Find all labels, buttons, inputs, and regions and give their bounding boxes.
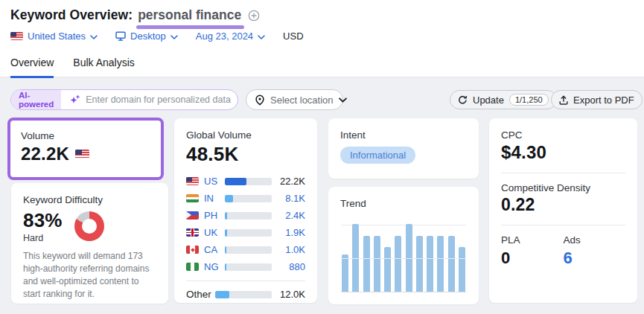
sparkle-icon — [69, 94, 80, 106]
country-row-ph: PH 2.4K — [186, 207, 305, 224]
update-button[interactable]: Update 1/1,250 — [450, 90, 557, 109]
trend-bar — [374, 236, 380, 292]
cpc-value: $4.30 — [501, 142, 625, 163]
country-volume-list: US 22.2K IN 8.1K PH 2.4K UK 1.9K — [186, 173, 305, 303]
volume-bar-fill — [225, 263, 226, 271]
keyword-difficulty-label: Keyword Difficulty — [23, 194, 156, 205]
volume-bar-fill — [225, 246, 226, 254]
device-selector-label: Desktop — [130, 31, 166, 42]
difficulty-severity-label: Hard — [23, 233, 63, 243]
country-link-ph[interactable]: PH — [204, 210, 222, 221]
trend-label: Trend — [340, 198, 467, 209]
update-quota-badge: 1/1,250 — [509, 94, 549, 106]
us-flag-icon — [75, 150, 89, 158]
intent-card: Intent Informational — [328, 118, 479, 179]
canada-flag-icon — [186, 246, 199, 254]
country-row-ng: NG 880 — [186, 258, 305, 275]
chevron-down-icon — [339, 97, 347, 103]
trend-bar — [448, 236, 455, 292]
update-button-label: Update — [473, 94, 504, 106]
trend-bar — [363, 236, 370, 292]
title-row: Keyword Overview: personal finance — [10, 7, 260, 23]
country-link-us[interactable]: US — [204, 176, 222, 187]
divider — [186, 281, 305, 281]
trend-bar — [395, 236, 401, 292]
date-selector[interactable]: Aug 23, 2024 — [196, 31, 265, 42]
country-selector[interactable]: United States — [10, 31, 98, 42]
domain-input[interactable]: Enter domain for personalized data — [61, 90, 238, 109]
volume-bar-fill — [215, 291, 229, 298]
global-volume-card: Global Volume 48.5K US 22.2K IN 8.1K PH … — [174, 118, 317, 303]
date-selector-label: Aug 23, 2024 — [196, 31, 253, 42]
desktop-icon — [115, 31, 126, 41]
keyword-difficulty-value: 83% — [23, 210, 63, 231]
country-volume-value: 880 — [278, 261, 305, 272]
volume-bar-track — [225, 246, 272, 254]
country-volume-value: 22.2K — [278, 176, 305, 187]
location-select-label: Select location — [270, 94, 334, 106]
tab-bulk-analysis[interactable]: Bulk Analysis — [73, 57, 134, 78]
nigeria-flag-icon — [186, 263, 199, 271]
volume-bar-track — [225, 263, 272, 271]
country-row-us: US 22.2K — [186, 173, 305, 190]
keyword-difficulty-card: Keyword Difficulty 83% Hard This keyword… — [11, 183, 168, 304]
volume-bar-track — [225, 178, 272, 185]
volume-label: Volume — [21, 130, 150, 141]
page-title: Keyword Overview: — [10, 7, 133, 23]
country-volume-value: 2.4K — [278, 210, 305, 221]
pla-ads-row: PLA 0 Ads 6 — [501, 234, 625, 268]
country-selector-label: United States — [28, 31, 86, 42]
location-select[interactable]: Select location — [246, 89, 343, 110]
ads-value[interactable]: 6 — [564, 249, 626, 268]
volume-bar-fill — [225, 229, 227, 237]
volume-bar-fill — [225, 212, 227, 220]
volume-value: 22.2K — [21, 144, 69, 164]
tab-overview[interactable]: Overview — [10, 57, 54, 78]
keyword-highlighted: personal finance — [138, 7, 241, 23]
philippines-flag-icon — [186, 211, 199, 220]
cpc-card: CPC $4.30 Competitive Density 0.22 PLA 0… — [489, 118, 637, 303]
uk-flag-icon — [186, 228, 199, 237]
export-icon — [559, 95, 568, 105]
trend-bar — [427, 236, 433, 292]
volume-bar-track — [225, 229, 272, 237]
keyword-overview-page: Keyword Overview: personal finance Unite… — [0, 0, 644, 314]
trend-card: Trend — [328, 187, 479, 304]
export-to-pdf-button[interactable]: Export to PDF — [551, 90, 643, 109]
volume-bar-track — [215, 291, 272, 298]
us-flag-icon — [10, 32, 23, 40]
volume-card-highlight: Volume 22.2K — [7, 118, 164, 180]
add-keyword-button[interactable] — [248, 10, 260, 22]
country-link-ng[interactable]: NG — [204, 261, 222, 272]
ads-label: Ads — [564, 234, 626, 246]
other-label: Other — [186, 289, 212, 300]
trend-bar — [459, 247, 465, 292]
trend-bars — [342, 224, 465, 292]
divider — [501, 225, 625, 225]
country-link-uk[interactable]: UK — [204, 227, 222, 238]
country-row-uk: UK 1.9K — [186, 224, 305, 241]
tab-bar: Overview Bulk Analysis — [10, 57, 135, 78]
trend-bar — [384, 247, 391, 292]
country-row-in: IN 8.1K — [186, 190, 305, 207]
intent-badge-informational[interactable]: Informational — [340, 147, 415, 164]
india-flag-icon — [186, 194, 199, 202]
trend-bar — [437, 236, 444, 292]
trend-bar — [406, 224, 412, 292]
country-link-in[interactable]: IN — [204, 193, 222, 204]
trend-chart — [341, 225, 466, 292]
location-pin-icon — [255, 94, 265, 106]
ai-domain-input-group: AI-powered Enter domain for personalized… — [10, 89, 238, 110]
volume-bar-fill — [225, 195, 233, 202]
domain-input-placeholder: Enter domain for personalized data — [86, 94, 231, 105]
us-flag-icon — [186, 177, 199, 185]
chevron-down-icon — [90, 35, 98, 39]
pla-value: 0 — [501, 249, 564, 268]
country-link-ca[interactable]: CA — [204, 244, 222, 255]
device-selector[interactable]: Desktop — [115, 31, 178, 42]
filters-row: United States Desktop Aug 23, 2024 USD — [10, 31, 304, 42]
competitive-density-value: 0.22 — [501, 195, 625, 215]
volume-bar-track — [225, 212, 272, 220]
export-button-label: Export to PDF — [573, 94, 634, 106]
global-volume-label: Global Volume — [186, 129, 305, 141]
